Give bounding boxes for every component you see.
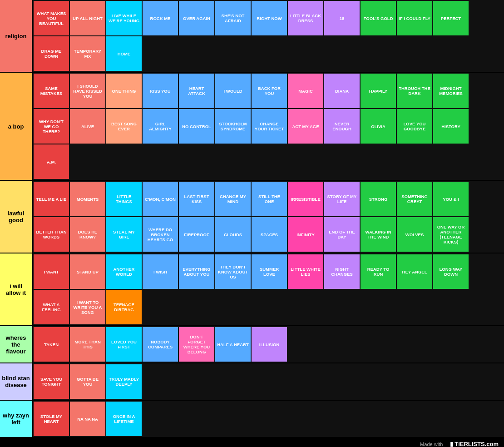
song-tile[interactable]: TELL ME A LIE — [34, 182, 69, 216]
song-tile[interactable]: GIRL ALMIGHTY — [143, 109, 178, 144]
song-tile[interactable]: I WANT — [34, 254, 69, 289]
song-tile[interactable]: THROUGH THE DARK — [397, 74, 432, 108]
tier-row-allow: i will allow itI WANTSTAND UPANOTHER WOR… — [0, 253, 504, 326]
song-tile[interactable]: MOMENTS — [70, 182, 105, 216]
song-tile[interactable]: CLOUDS — [215, 217, 251, 252]
song-tile[interactable]: LITTLE WHITE LIES — [288, 254, 323, 289]
song-tile[interactable]: ILLUSION — [252, 327, 287, 362]
song-tile[interactable]: TAKEN — [34, 327, 69, 362]
song-tile[interactable]: SAVE YOU TONIGHT — [34, 364, 69, 399]
song-tile[interactable]: OVER AGAIN — [179, 1, 214, 35]
song-tile[interactable]: THEY DON'T KNOW ABOUT US — [215, 254, 251, 289]
song-tile[interactable]: SAME MISTAKES — [34, 74, 69, 108]
song-tile[interactable]: WHAT MAKES YOU BEAUTIFUL — [34, 1, 69, 35]
song-tile[interactable]: ACT MY AGE — [288, 109, 323, 144]
song-tile[interactable]: EVERYTHING ABOUT YOU — [179, 254, 214, 289]
song-tile[interactable]: CHANGE MY MIND — [215, 182, 251, 216]
song-tile[interactable]: UP ALL NIGHT — [70, 1, 105, 35]
song-tile[interactable]: HEY ANGEL — [397, 254, 432, 289]
song-tile[interactable]: LIVE WHILE WE'RE YOUNG — [106, 1, 142, 35]
song-tile[interactable]: DOES HE KNOW? — [70, 217, 105, 252]
song-tile[interactable]: FOOL'S GOLD — [361, 1, 396, 35]
song-tile[interactable]: SPACES — [252, 217, 287, 252]
song-tile[interactable]: INFINITY — [288, 217, 323, 252]
song-tile[interactable]: ONCE IN A LIFETIME — [106, 402, 142, 436]
song-tile[interactable]: C'MON, C'MON — [143, 182, 178, 216]
song-tile[interactable]: FIREPROOF — [179, 217, 214, 252]
song-tile[interactable]: STOCKHOLM SYNDROME — [215, 109, 251, 144]
song-tile[interactable]: LONG WAY DOWN — [433, 254, 469, 289]
song-tile[interactable]: IRRESISTIBLE — [288, 182, 323, 216]
song-tile[interactable]: I WOULD — [215, 74, 251, 108]
tier-row-blind: blind stan diseaseSAVE YOU TONIGHTGOTTA … — [0, 363, 504, 401]
song-tile[interactable]: HAPPILY — [361, 74, 396, 108]
song-tile[interactable]: 18 — [324, 1, 360, 35]
song-tile[interactable]: BETTER THAN WORDS — [34, 217, 69, 252]
song-tile[interactable]: GOTTA BE YOU — [70, 364, 105, 399]
song-tile[interactable]: I WANT TO WRITE YOU A SONG — [70, 290, 105, 324]
song-tile[interactable]: ANOTHER WORLD — [106, 254, 142, 289]
song-tile[interactable]: BACK FOR YOU — [252, 74, 287, 108]
song-tile[interactable]: DON'T FORGET WHERE YOU BELONG — [179, 327, 214, 362]
song-tile[interactable]: TEENAGE DIRTBAG — [106, 290, 142, 324]
song-tile[interactable]: END OF THE DAY — [324, 217, 360, 252]
song-tile[interactable]: TEMPORARY FIX — [70, 36, 105, 71]
song-tile[interactable]: MIDNIGHT MEMORIES — [433, 74, 469, 108]
song-tile[interactable]: WHY DON'T WE GO THERE? — [34, 109, 69, 144]
song-tile[interactable]: READY TO RUN — [361, 254, 396, 289]
watermark: Made with ▮ TIERLISTS.com — [0, 438, 504, 447]
tier-row-religion: religionWHAT MAKES YOU BEAUTIFULUP ALL N… — [0, 0, 504, 73]
song-tile[interactable]: DIANA — [324, 74, 360, 108]
song-tile[interactable]: LOVED YOU FIRST — [106, 327, 142, 362]
song-tile[interactable]: WOLVES — [397, 217, 432, 252]
song-tile[interactable]: WHERE DO BROKEN HEARTS GO — [143, 217, 178, 252]
song-tile[interactable]: ROCK ME — [143, 1, 178, 35]
song-tile[interactable]: I SHOULD HAVE KISSED YOU — [70, 74, 105, 108]
song-tile[interactable]: SUMMER LOVE — [252, 254, 287, 289]
song-tile[interactable]: SHE'S NOT AFRAID — [215, 1, 251, 35]
song-tile[interactable]: LITTLE BLACK DRESS — [288, 1, 323, 35]
song-tile[interactable]: NIGHT CHANGES — [324, 254, 360, 289]
tier-items-flavour: TAKENMORE THAN THISLOVED YOU FIRSTNOBODY… — [33, 326, 504, 363]
song-tile[interactable]: STILL THE ONE — [252, 182, 287, 216]
song-tile[interactable]: HISTORY — [433, 109, 469, 144]
song-tile[interactable]: HEART ATTACK — [179, 74, 214, 108]
song-tile[interactable]: YOU & I — [433, 182, 469, 216]
song-tile[interactable]: STEAL MY GIRL — [106, 217, 142, 252]
song-tile[interactable]: RIGHT NOW — [252, 1, 287, 35]
song-tile[interactable]: KISS YOU — [143, 74, 178, 108]
watermark-logo: ▮ TIERLISTS.com — [450, 441, 499, 447]
song-tile[interactable]: NO CONTROL — [179, 109, 214, 144]
song-tile[interactable]: SOMETHING GREAT — [397, 182, 432, 216]
song-tile[interactable]: CHANGE YOUR TICKET — [252, 109, 287, 144]
song-tile[interactable]: ONE THING — [106, 74, 142, 108]
song-tile[interactable]: STORY OF MY LIFE — [324, 182, 360, 216]
song-tile[interactable]: A.M. — [34, 144, 69, 179]
song-tile[interactable]: LITTLE THINGS — [106, 182, 142, 216]
song-tile[interactable]: PERFECT — [433, 1, 469, 35]
song-tile[interactable]: HOME — [106, 36, 142, 71]
song-tile[interactable]: NOBODY COMPARES — [143, 327, 178, 362]
song-tile[interactable]: STAND UP — [70, 254, 105, 289]
tier-label-zayn: why zayn left — [0, 401, 33, 437]
song-tile[interactable]: LOVE YOU GOODBYE — [397, 109, 432, 144]
song-tile[interactable]: TRULY MADLY DEEPLY — [106, 364, 142, 399]
song-tile[interactable]: WHAT A FEELING — [34, 290, 69, 324]
tier-items-lawful: TELL ME A LIEMOMENTSLITTLE THINGSC'MON, … — [33, 181, 504, 253]
song-tile[interactable]: NA NA NA — [70, 402, 105, 436]
song-tile[interactable]: ALIVE — [70, 109, 105, 144]
song-tile[interactable]: MORE THAN THIS — [70, 327, 105, 362]
song-tile[interactable]: ONE WAY OR ANOTHER (TEENAGE KICKS) — [433, 217, 469, 252]
song-tile[interactable]: WALKING IN THE WIND — [361, 217, 396, 252]
song-tile[interactable]: STRONG — [361, 182, 396, 216]
song-tile[interactable]: DRAG ME DOWN — [34, 36, 69, 71]
song-tile[interactable]: I WISH — [143, 254, 178, 289]
song-tile[interactable]: BEST SONG EVER — [106, 109, 142, 144]
song-tile[interactable]: STOLE MY HEART — [34, 402, 69, 436]
song-tile[interactable]: OLIVIA — [361, 109, 396, 144]
song-tile[interactable]: LAST FIRST KISS — [179, 182, 214, 216]
song-tile[interactable]: NEVER ENOUGH — [324, 109, 360, 144]
song-tile[interactable]: HALF A HEART — [215, 327, 251, 362]
song-tile[interactable]: IF I COULD FLY — [397, 1, 432, 35]
song-tile[interactable]: MAGIC — [288, 74, 323, 108]
